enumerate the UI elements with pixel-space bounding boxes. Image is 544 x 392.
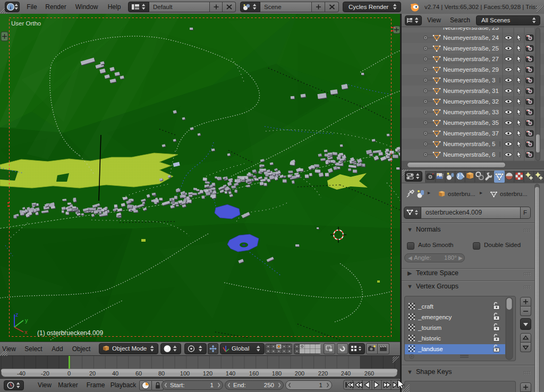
svg-text:160: 160: [249, 370, 259, 377]
svg-text:0: 0: [67, 370, 71, 377]
svg-text:User Ortho: User Ortho: [11, 20, 41, 27]
svg-text:20: 20: [89, 370, 96, 377]
svg-text:Neumeyerstraße, 32: Neumeyerstraße, 32: [443, 98, 499, 105]
svg-text:Neumeyerstraße, 24: Neumeyerstraße, 24: [443, 35, 499, 41]
svg-text:240: 240: [341, 370, 351, 377]
svg-text:200: 200: [295, 370, 304, 377]
svg-text:100: 100: [180, 370, 190, 377]
svg-text:40: 40: [112, 370, 118, 377]
svg-text:y: y: [25, 317, 28, 323]
svg-text:Neumeyerstraße, 29: Neumeyerstraße, 29: [443, 66, 499, 73]
svg-text:Neumeyerstraße, 27: Neumeyerstraße, 27: [443, 56, 499, 62]
svg-text:(1) osterbruecken4.009: (1) osterbruecken4.009: [37, 329, 103, 337]
svg-text:120: 120: [203, 370, 212, 377]
svg-text:Neumeyerstraße, 35: Neumeyerstraße, 35: [443, 120, 499, 126]
svg-text:Neumeyerstraße, 5: Neumeyerstraße, 5: [443, 141, 495, 147]
svg-text:Neumeyerstraße, 33: Neumeyerstraße, 33: [443, 109, 499, 115]
svg-text:Neumeyerstraße, 31: Neumeyerstraße, 31: [443, 88, 499, 94]
svg-text:Neumeyerstraße, 25: Neumeyerstraße, 25: [443, 45, 499, 52]
svg-text:Neumeyerstraße, 37: Neumeyerstraße, 37: [443, 130, 499, 137]
svg-text:Neumeyerstraße, 6: Neumeyerstraße, 6: [443, 151, 495, 158]
svg-text:80: 80: [158, 370, 165, 377]
svg-text:180: 180: [272, 370, 282, 377]
svg-text:140: 140: [226, 370, 235, 377]
svg-text:Neumeyerstraße, 3: Neumeyerstraße, 3: [443, 77, 495, 83]
svg-text:z: z: [15, 311, 19, 318]
svg-text:-20: -20: [41, 370, 49, 377]
svg-text:220: 220: [318, 370, 328, 377]
svg-text:Neumeyerstraße, 23: Neumeyerstraße, 23: [443, 28, 499, 31]
svg-text:-40: -40: [17, 370, 26, 377]
svg-text:60: 60: [135, 370, 142, 377]
svg-text:260: 260: [364, 370, 374, 377]
svg-text:x: x: [24, 329, 28, 335]
